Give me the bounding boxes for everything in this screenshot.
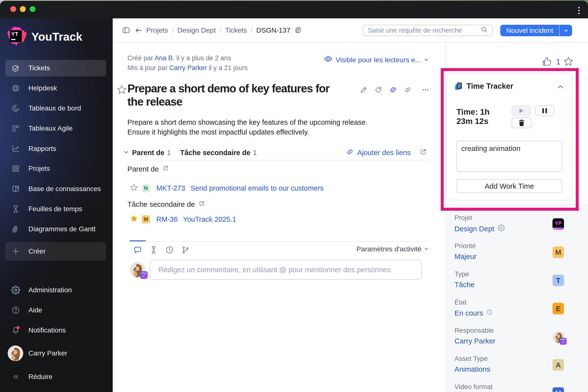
sidebar-item-administration[interactable]: Administration <box>0 280 113 300</box>
sidebar-item-agile-boards[interactable]: Tableaux Agile <box>0 118 113 138</box>
open-section-icon[interactable] <box>198 200 205 208</box>
star-icon[interactable] <box>130 183 138 194</box>
open-links-icon[interactable] <box>420 148 427 157</box>
edit-icon[interactable] <box>360 86 368 94</box>
star-icon[interactable] <box>563 56 574 68</box>
gear-icon[interactable] <box>498 224 505 233</box>
ai-assistant-icon[interactable] <box>389 86 397 94</box>
field-type-value[interactable]: Tâche <box>454 280 474 289</box>
search-input[interactable]: Saisir une requête de recherche <box>363 25 493 36</box>
agile-boards-icon <box>11 124 20 133</box>
sidebar-item-dashboards[interactable]: Tableaux de bord <box>0 98 113 118</box>
tab-vcs-icon[interactable] <box>181 246 190 254</box>
breadcrumb-tickets[interactable]: Tickets <box>225 26 247 34</box>
field-type: Type Tâche <box>454 270 474 289</box>
search-icon <box>480 26 488 35</box>
video-format-avatar: M <box>552 387 564 392</box>
star-filled-icon[interactable] <box>130 214 138 225</box>
sidebar-item-profile[interactable]: Carry Parker <box>0 343 113 363</box>
field-priority-value[interactable]: Majeur <box>454 252 476 261</box>
breadcrumb-separator: / <box>251 26 252 34</box>
sidebar-item-gantt-charts[interactable]: Diagrammes de Gantt <box>0 219 113 239</box>
field-state-value[interactable]: En cours <box>454 309 483 317</box>
back-arrow-icon[interactable] <box>134 26 142 34</box>
issue-id-link[interactable]: RM-36 <box>156 215 178 224</box>
activity-settings-dropdown[interactable]: Paramètres d'activité <box>356 245 429 253</box>
collapse-links-icon[interactable] <box>123 149 129 157</box>
copy-id-icon[interactable] <box>294 26 302 34</box>
kebab-vertical-icon[interactable] <box>578 7 580 14</box>
sidebar-item-tickets[interactable]: Tickets <box>0 58 113 78</box>
subtask-links-section: Tâche secondaire de <box>128 200 205 208</box>
links-tab-subtask[interactable]: Tâche secondaire de <box>180 149 250 157</box>
tab-time-icon[interactable] <box>165 246 174 254</box>
tab-comments-icon[interactable] <box>133 246 142 254</box>
app-title: YouTrack <box>31 30 82 43</box>
app-badge-icon: uTrack T <box>140 271 148 279</box>
priority-avatar: M <box>552 246 564 258</box>
links-header: Parent de1 Tâche secondaire de1 <box>123 148 257 158</box>
create-button[interactable]: Créer <box>0 240 113 262</box>
field-project-value[interactable]: Design Dept <box>454 225 494 233</box>
app-window: YT YouTrack Tickets Helpdesk Tableaux de… <box>0 1 588 392</box>
tag-icon[interactable] <box>374 86 382 94</box>
svg-text:uTrack T: uTrack T <box>560 338 567 340</box>
field-video-format: Video format <box>454 383 492 391</box>
field-asset-type-value[interactable]: Animations <box>454 365 490 374</box>
breadcrumb-separator: / <box>220 26 222 34</box>
tickets-icon <box>11 64 20 72</box>
field-assignee-value[interactable]: Carry Parker <box>454 337 496 345</box>
gantt-icon <box>11 225 20 234</box>
more-icon[interactable] <box>422 86 429 94</box>
sidebar-item-helpdesk[interactable]: Helpdesk <box>0 78 113 98</box>
new-incident-button[interactable]: Nouvel incident <box>500 25 572 36</box>
issue-summary-link[interactable]: YouTrack 2025.1 <box>183 215 236 224</box>
updated-by-user[interactable]: Carry Parker <box>169 64 207 72</box>
sidebar-item-notifications[interactable]: Notifications <box>0 320 113 340</box>
links-tab-parent[interactable]: Parent de <box>132 149 164 157</box>
links-count: 1 <box>167 149 171 157</box>
breadcrumb-project[interactable]: Design Dept <box>178 26 216 34</box>
sidebar: YT YouTrack Tickets Helpdesk Tableaux de… <box>0 18 113 392</box>
sidebar-item-timesheets[interactable]: Feuilles de temps <box>0 199 113 219</box>
search-placeholder: Saisir une requête de recherche <box>368 27 480 34</box>
traffic-close-button[interactable] <box>10 6 16 12</box>
chevron-down-icon <box>424 56 429 64</box>
linked-issue-subtask: M RM-36 YouTrack 2025.1 <box>130 214 236 224</box>
plus-icon <box>11 247 20 256</box>
sidebar-item-reports[interactable]: Rapports <box>0 139 113 159</box>
updated-line: Mis à jour par Carry Parker il y a 21 jo… <box>128 63 248 73</box>
sidebar-item-help[interactable]: Aide <box>0 300 113 320</box>
title-actions <box>360 86 436 94</box>
info-icon[interactable] <box>486 309 493 317</box>
issue-summary-link[interactable]: Send promotional emails to our customers <box>190 184 324 192</box>
created-by-user[interactable]: Ana B. <box>154 54 174 62</box>
tabs-divider <box>130 241 430 242</box>
links-count: 1 <box>253 149 257 157</box>
breadcrumb-issue-id: DSGN-137 <box>256 26 290 34</box>
new-incident-dropdown[interactable] <box>559 25 572 36</box>
traffic-minimize-button[interactable] <box>20 6 26 12</box>
youtrack-logo-icon: YT <box>6 24 30 48</box>
project-avatar: YP <box>552 218 564 230</box>
sidebar-collapse-button[interactable]: Réduire <box>0 367 113 387</box>
question-icon <box>11 306 20 314</box>
breadcrumb-separator: / <box>172 26 174 34</box>
open-section-icon[interactable] <box>162 165 169 173</box>
panel-toggle-icon[interactable] <box>122 26 130 34</box>
sidebar-item-knowledge-base[interactable]: Base de connaissances <box>0 179 113 199</box>
tab-history-icon[interactable] <box>149 246 158 254</box>
sidebar-item-projects[interactable]: Projets <box>0 158 113 178</box>
thumbs-up-icon[interactable] <box>541 56 552 68</box>
issue-title: Prepare a short demo of key features for… <box>128 82 340 108</box>
header-divider <box>113 42 588 43</box>
add-links-button[interactable]: Ajouter des liens <box>346 148 427 158</box>
visibility-dropdown[interactable]: Visible pour les lecteurs e... <box>324 54 429 65</box>
asset-type-avatar: A <box>552 359 564 371</box>
star-issue-icon[interactable] <box>116 84 128 95</box>
breadcrumb-projects[interactable]: Projets <box>146 26 168 34</box>
traffic-zoom-button[interactable] <box>30 6 36 12</box>
link-icon[interactable] <box>404 86 412 94</box>
comment-input[interactable]: Rédigez un commentaire, en utilisant @ p… <box>150 260 422 280</box>
issue-id-link[interactable]: MKT-273 <box>156 184 185 192</box>
